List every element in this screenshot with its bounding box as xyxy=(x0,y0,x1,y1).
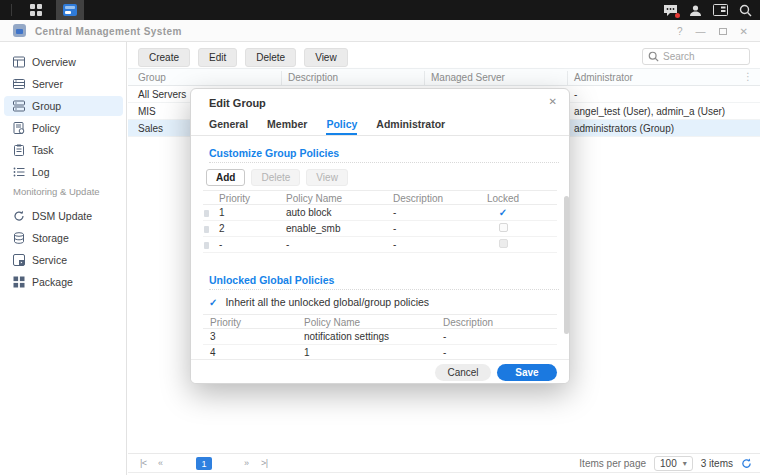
refresh-icon[interactable] xyxy=(741,458,752,469)
service-icon xyxy=(13,254,25,266)
dialog-footer: Cancel Save xyxy=(191,359,570,384)
cms-app-icon xyxy=(13,24,26,37)
dsm-update-icon xyxy=(13,210,25,222)
locked-checkbox-checked[interactable]: ✓ xyxy=(499,207,507,218)
dialog-close-icon[interactable]: ✕ xyxy=(549,96,557,107)
global-policies-table: Priority Policy Name Description 3 notif… xyxy=(203,314,557,359)
search-box[interactable] xyxy=(642,48,750,65)
main-menu-icon[interactable] xyxy=(30,4,42,16)
global-policy-row[interactable]: 4 1 - xyxy=(203,345,557,359)
col-policy-name: Policy Name xyxy=(304,317,360,328)
notifications-icon[interactable] xyxy=(663,4,678,17)
customize-policies-heading: Customize Group Policies xyxy=(209,147,339,159)
drag-handle-icon[interactable] xyxy=(204,226,209,233)
sidebar-item-log[interactable]: Log xyxy=(4,162,123,182)
notification-badge xyxy=(675,13,680,18)
action-toolbar: Create Edit Delete View xyxy=(138,48,348,67)
locked-checkbox[interactable] xyxy=(499,223,508,232)
add-policy-button[interactable]: Add xyxy=(206,169,245,186)
group-icon xyxy=(13,100,25,112)
help-icon[interactable]: ? xyxy=(677,26,683,37)
edit-group-dialog: Edit Group ✕ General Member Policy Admin… xyxy=(190,88,570,384)
col-policy-name: Policy Name xyxy=(286,193,342,204)
widgets-icon[interactable] xyxy=(713,4,728,16)
next-page-button[interactable]: » xyxy=(244,458,249,468)
minimize-icon[interactable]: — xyxy=(696,26,706,37)
taskbar-divider xyxy=(11,4,12,16)
dialog-scrollbar[interactable] xyxy=(564,196,569,334)
inherit-label: Inherit all the unlocked global/group po… xyxy=(225,296,429,308)
search-icon[interactable] xyxy=(739,4,752,17)
policy-icon xyxy=(13,122,25,134)
items-per-page-select[interactable]: 100 ▾ xyxy=(654,456,693,471)
first-page-button[interactable]: |< xyxy=(140,458,147,468)
dialog-body: Customize Group Policies Add Delete View… xyxy=(191,136,570,359)
sidebar-item-storage[interactable]: Storage xyxy=(4,228,123,248)
desktop-taskbar xyxy=(0,0,760,20)
log-icon xyxy=(13,166,25,178)
inherit-checkbox-row[interactable]: ✓ Inherit all the unlocked global/group … xyxy=(209,296,429,308)
search-input[interactable] xyxy=(663,51,743,62)
window-title: Central Management System xyxy=(35,26,182,37)
sidebar-item-dsm-update[interactable]: DSM Update xyxy=(4,206,123,226)
last-page-button[interactable]: >| xyxy=(261,458,268,468)
column-header-administrator[interactable]: Administrator xyxy=(574,72,633,83)
col-description: Description xyxy=(443,317,493,328)
server-icon xyxy=(13,78,25,90)
sidebar: Overview Server Group Policy Task Log Mo… xyxy=(0,42,127,475)
tab-member[interactable]: Member xyxy=(267,113,307,135)
edit-button[interactable]: Edit xyxy=(198,48,237,67)
chevron-down-icon: ▾ xyxy=(683,459,687,468)
group-policies-table: Priority Policy Name Description Locked … xyxy=(203,190,557,253)
drag-handle-icon[interactable] xyxy=(204,210,209,217)
policy-row[interactable]: - - - ✓ xyxy=(203,237,557,253)
dialog-title: Edit Group xyxy=(209,97,266,109)
window-titlebar: Central Management System ? — ✕ xyxy=(0,20,760,42)
user-icon[interactable] xyxy=(689,4,702,17)
maximize-icon[interactable] xyxy=(719,28,727,35)
sidebar-item-package[interactable]: Package xyxy=(4,272,123,292)
unlocked-policies-heading: Unlocked Global Policies xyxy=(209,274,334,286)
items-per-page-label: Items per page xyxy=(579,458,646,469)
sidebar-item-group[interactable]: Group xyxy=(4,96,123,116)
save-button[interactable]: Save xyxy=(497,364,557,381)
sidebar-item-overview[interactable]: Overview xyxy=(4,52,123,72)
package-icon xyxy=(13,276,25,288)
policy-row[interactable]: 1 auto block - ✓ xyxy=(203,205,557,221)
sidebar-item-task[interactable]: Task xyxy=(4,140,123,160)
delete-policy-button[interactable]: Delete xyxy=(251,169,300,186)
prev-page-button[interactable]: « xyxy=(158,458,163,468)
active-app-tab[interactable] xyxy=(56,0,84,20)
tab-administrator[interactable]: Administrator xyxy=(376,113,445,135)
create-button[interactable]: Create xyxy=(138,48,190,67)
tab-general[interactable]: General xyxy=(209,113,248,135)
col-priority: Priority xyxy=(210,317,241,328)
tab-policy[interactable]: Policy xyxy=(326,113,357,135)
sidebar-section-label: Monitoring & Update xyxy=(13,186,100,197)
storage-icon xyxy=(13,232,25,244)
total-items-label: 3 items xyxy=(701,458,733,469)
column-header-managed-server[interactable]: Managed Server xyxy=(431,72,505,83)
sidebar-item-policy[interactable]: Policy xyxy=(4,118,123,138)
column-settings-icon[interactable]: ⋮ xyxy=(743,71,753,82)
col-description: Description xyxy=(393,193,443,204)
column-header-group[interactable]: Group xyxy=(138,72,166,83)
view-policy-button[interactable]: View xyxy=(306,169,348,186)
inherit-checkbox-checked[interactable]: ✓ xyxy=(209,297,217,308)
policy-row[interactable]: 2 enable_smb - ✓ xyxy=(203,221,557,237)
delete-button[interactable]: Delete xyxy=(245,48,296,67)
dialog-tabs: General Member Policy Administrator xyxy=(191,113,570,136)
col-locked: Locked xyxy=(483,193,523,204)
sidebar-item-server[interactable]: Server xyxy=(4,74,123,94)
column-header-description[interactable]: Description xyxy=(288,72,338,83)
current-page[interactable]: 1 xyxy=(196,457,212,470)
close-icon[interactable]: ✕ xyxy=(740,26,748,37)
sidebar-item-service[interactable]: Service xyxy=(4,250,123,270)
global-policy-row[interactable]: 3 notification settings - xyxy=(203,329,557,345)
search-input-icon xyxy=(648,51,659,62)
locked-checkbox[interactable] xyxy=(499,239,508,248)
cancel-button[interactable]: Cancel xyxy=(435,364,491,381)
view-button[interactable]: View xyxy=(304,48,348,67)
drag-handle-icon[interactable] xyxy=(204,242,209,249)
cms-window: Central Management System ? — ✕ Overview… xyxy=(0,0,760,475)
